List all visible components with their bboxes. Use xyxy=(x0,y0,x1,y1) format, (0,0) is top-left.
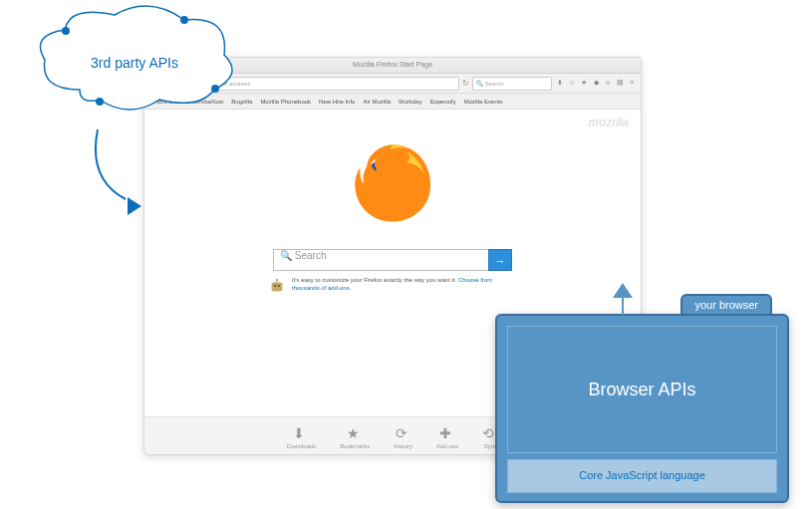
reload-button[interactable]: ↻ xyxy=(462,79,469,88)
arrow-stem xyxy=(622,297,624,315)
search-box: 🔍 Search → xyxy=(273,249,512,271)
pocket-icon[interactable]: ◆ xyxy=(591,79,601,89)
download-icon[interactable]: ⬇ xyxy=(555,79,565,89)
your-browser-tab: your browser xyxy=(680,294,772,314)
svg-point-3 xyxy=(211,85,219,93)
star-icon: ★ xyxy=(347,425,363,441)
nav-search-input[interactable]: 🔍 Search xyxy=(472,77,552,91)
svg-point-7 xyxy=(278,285,280,287)
footer-addons[interactable]: ✚Add-ons xyxy=(436,425,458,449)
robot-icon xyxy=(268,277,286,295)
cloud-label: 3rd party APIs xyxy=(20,55,249,71)
api-arrow-up xyxy=(613,283,633,315)
firefox-logo-icon xyxy=(348,137,437,227)
home-icon[interactable]: ⌂ xyxy=(567,79,577,89)
search-input[interactable]: 🔍 Search xyxy=(273,249,488,271)
bookmark-star-icon[interactable]: ★ xyxy=(579,79,589,89)
svg-point-2 xyxy=(180,16,188,24)
download-icon: ⬇ xyxy=(293,425,309,441)
svg-point-1 xyxy=(96,98,104,106)
third-party-apis-cloud: 3rd party APIs xyxy=(20,0,249,159)
browser-apis-box: your browser Browser APIs Core JavaScrip… xyxy=(495,314,789,503)
customize-hint: It's easy to customize your Firefox exac… xyxy=(268,277,517,295)
svg-rect-5 xyxy=(272,282,283,291)
arrow-up-icon xyxy=(613,283,633,298)
puzzle-icon: ✚ xyxy=(439,425,455,441)
toolbar-icons: ⬇ ⌂ ★ ◆ ☺ ▤ ≡ xyxy=(555,79,637,89)
bookmark-item[interactable]: Mozilla Events xyxy=(464,99,503,105)
bookmark-item[interactable]: Expensify xyxy=(430,99,456,105)
footer-bookmarks[interactable]: ★Bookmarks xyxy=(340,425,370,449)
svg-point-6 xyxy=(274,285,276,287)
search-area: 🔍 Search → xyxy=(273,249,512,271)
api-inner-box: Browser APIs xyxy=(507,326,777,453)
bookmark-item[interactable]: New Hire Info xyxy=(319,99,355,105)
bookmark-item[interactable]: Mozilla Phonebook xyxy=(260,99,311,105)
svg-point-0 xyxy=(62,27,70,35)
footer-downloads[interactable]: ⬇Downloads xyxy=(287,425,317,449)
browser-apis-label: Browser APIs xyxy=(588,380,695,400)
footer-history[interactable]: ⟳History xyxy=(394,425,412,449)
account-icon[interactable]: ☺ xyxy=(603,79,613,89)
core-js-box: Core JavaScript language xyxy=(507,459,777,493)
mozilla-watermark: mozilla xyxy=(588,116,629,129)
bookmark-item[interactable]: Workday xyxy=(399,99,422,105)
list-icon[interactable]: ▤ xyxy=(615,79,625,89)
cloud-icon xyxy=(20,0,249,159)
arrow-right-icon xyxy=(128,197,141,215)
hint-text: It's easy to customize your Firefox exac… xyxy=(292,277,517,293)
bookmark-item[interactable]: Air Mozilla xyxy=(363,99,391,105)
history-icon: ⟳ xyxy=(396,425,411,441)
menu-icon[interactable]: ≡ xyxy=(627,79,637,89)
search-go-button[interactable]: → xyxy=(488,249,512,271)
svg-rect-8 xyxy=(276,279,278,283)
core-js-label: Core JavaScript language xyxy=(579,469,705,482)
